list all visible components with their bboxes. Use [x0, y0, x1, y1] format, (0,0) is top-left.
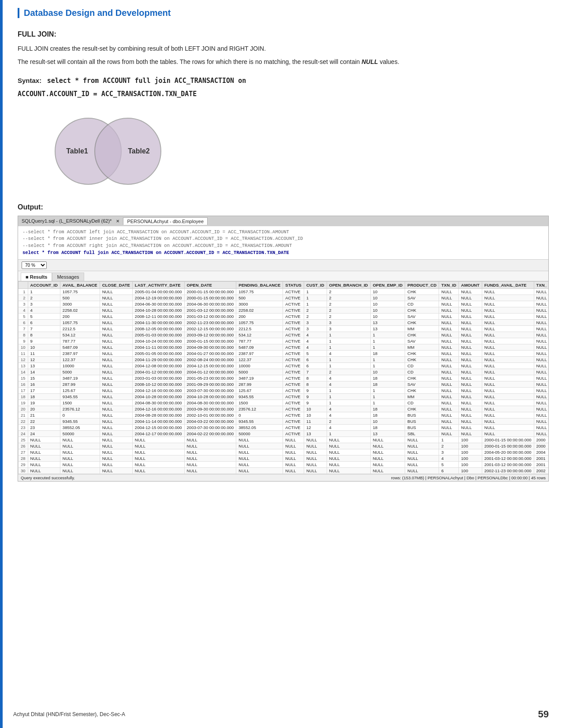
cell: 10: [304, 406, 327, 412]
cell: NULL: [100, 467, 132, 474]
cell: NULL: [482, 295, 534, 301]
cell: ACTIVE: [283, 313, 304, 319]
output-heading: Output:: [18, 203, 549, 211]
cell: 2000: [534, 437, 548, 443]
cell: 2004-01-12 00:00:00.000: [184, 369, 236, 375]
cell: 2387.97: [60, 350, 100, 356]
cell: 23576.12: [236, 406, 283, 412]
cell: NULL: [100, 437, 132, 443]
cell: 2: [327, 288, 370, 295]
cell: ACTIVE: [283, 356, 304, 362]
query-line-3: --select * from ACCOUNT right join ACC_T…: [22, 243, 544, 250]
cell: NULL: [459, 295, 482, 301]
row-num: 8: [19, 332, 28, 338]
cell: NULL: [482, 406, 534, 412]
cell: CHK: [405, 288, 439, 295]
cell: 2004: [534, 449, 548, 455]
table-row: 232338552.05NULL2004-12-15 00:00:00.0002…: [19, 424, 549, 430]
full-join-para2: The result-set will contain all the rows…: [18, 57, 549, 67]
cell: NULL: [100, 307, 132, 313]
cell: NULL: [100, 325, 132, 332]
cell: NULL: [482, 418, 534, 424]
cell: NULL: [439, 406, 459, 412]
cell: 1: [327, 393, 370, 399]
cell: 9345.55: [236, 393, 283, 399]
cell: 7: [28, 325, 60, 332]
cell: 534.12: [236, 332, 283, 338]
cell: 2002-11-23 00:00:00.000: [482, 467, 534, 474]
sql-tab-active[interactable]: PERSONALAchyut - dbo.Employee: [123, 217, 208, 225]
cell: 100: [459, 455, 482, 461]
cell: ACTIVE: [283, 295, 304, 301]
cell: NULL: [459, 393, 482, 399]
cell: 13: [28, 362, 60, 369]
cell: 100: [459, 467, 482, 474]
cell: 2004-05-20 00:00:00.000: [482, 449, 534, 455]
cell: 2: [327, 418, 370, 424]
cell: CHK: [405, 406, 439, 412]
cell: BUS: [405, 418, 439, 424]
left-bar: [0, 0, 3, 728]
cell: 10: [370, 301, 405, 307]
cell: 2003-01-03 00:00:00.000: [132, 375, 184, 381]
cell: ACTIVE: [283, 362, 304, 369]
table-row: 28NULLNULLNULLNULLNULLNULLNULLNULLNULLNU…: [19, 455, 549, 461]
cell: 2008-12-05 00:00:00.000: [132, 325, 184, 332]
row-num: 14: [19, 369, 28, 375]
cell: NULL: [439, 399, 459, 406]
cell: NULL: [482, 356, 534, 362]
cell: 2004-11-29 00:00:00.000: [132, 356, 184, 362]
table-row: 26NULLNULLNULLNULLNULLNULLNULLNULLNULLNU…: [19, 443, 549, 449]
cell: NULL: [236, 443, 283, 449]
cell: SAV: [405, 313, 439, 319]
row-num: 24: [19, 430, 28, 437]
cell: NULL: [459, 406, 482, 412]
cell: 1: [370, 387, 405, 393]
cell: 7: [304, 369, 327, 375]
cell: NULL: [283, 467, 304, 474]
close-icon[interactable]: ✕: [116, 219, 119, 224]
cell: 4: [304, 338, 327, 344]
cell: NULL: [534, 288, 548, 295]
cell: 4: [439, 455, 459, 461]
cell: 2000: [534, 443, 548, 449]
cell: NULL: [439, 301, 459, 307]
cell: NULL: [534, 399, 548, 406]
cell: SAV: [405, 381, 439, 387]
cell: NULL: [459, 325, 482, 332]
cell: NULL: [482, 332, 534, 338]
cell: NULL: [534, 393, 548, 399]
row-num: 7: [19, 325, 28, 332]
tab-messages[interactable]: Messages: [52, 273, 84, 281]
cell: NULL: [100, 313, 132, 319]
cell: NULL: [327, 467, 370, 474]
tab-results[interactable]: ■ Results: [21, 273, 52, 281]
cell: NULL: [100, 387, 132, 393]
cell: NULL: [100, 338, 132, 344]
cell: 1: [327, 399, 370, 406]
cell: NULL: [100, 455, 132, 461]
cell: ACTIVE: [283, 350, 304, 356]
cell: 6: [304, 362, 327, 369]
sql-query-area[interactable]: --select * from ACCOUNT left join ACC_TR…: [18, 226, 548, 260]
col-header-account-id: ACCOUNT_ID: [28, 281, 60, 288]
row-num: 9: [19, 338, 28, 344]
cell: NULL: [100, 443, 132, 449]
results-table: ACCOUNT_ID AVAIL_BALANCE CLOSE_DATE LAST…: [18, 281, 548, 474]
cell: 2004-06-30 00:00:00.000: [132, 301, 184, 307]
cell: 14: [28, 369, 60, 375]
cell: 38552.05: [60, 424, 100, 430]
cell: NULL: [100, 399, 132, 406]
cell: 18: [370, 381, 405, 387]
cell: NULL: [100, 362, 132, 369]
col-header-rownum: [19, 281, 28, 288]
cell: 9345.55: [236, 418, 283, 424]
cell: NULL: [482, 424, 534, 430]
row-num: 21: [19, 412, 28, 418]
cell: NULL: [482, 387, 534, 393]
cell: 21: [28, 412, 60, 418]
cell: 2258.02: [60, 307, 100, 313]
cell: ACTIVE: [283, 430, 304, 437]
cell: 1: [304, 295, 327, 301]
zoom-select[interactable]: 70 % 100 %: [22, 261, 47, 269]
